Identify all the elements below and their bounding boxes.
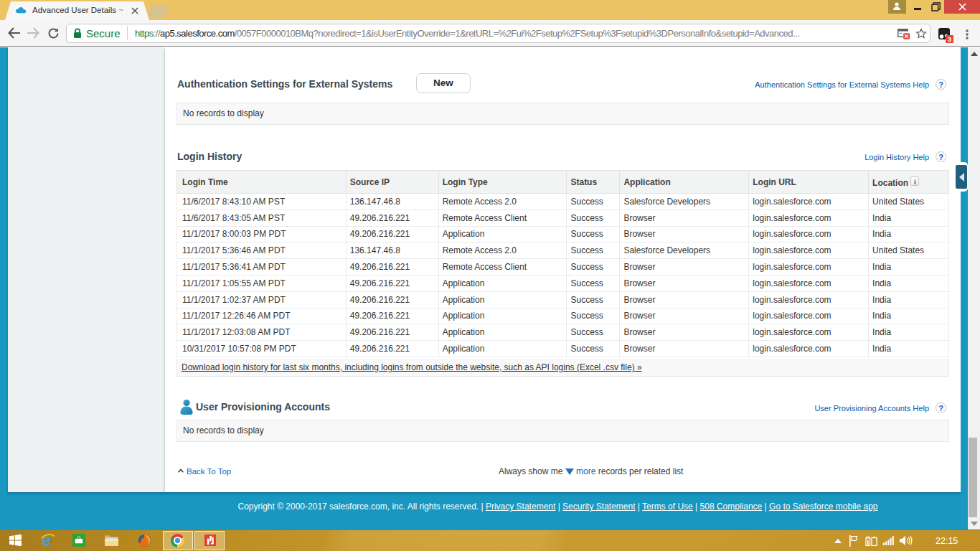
svg-text:3: 3 bbox=[948, 36, 951, 43]
